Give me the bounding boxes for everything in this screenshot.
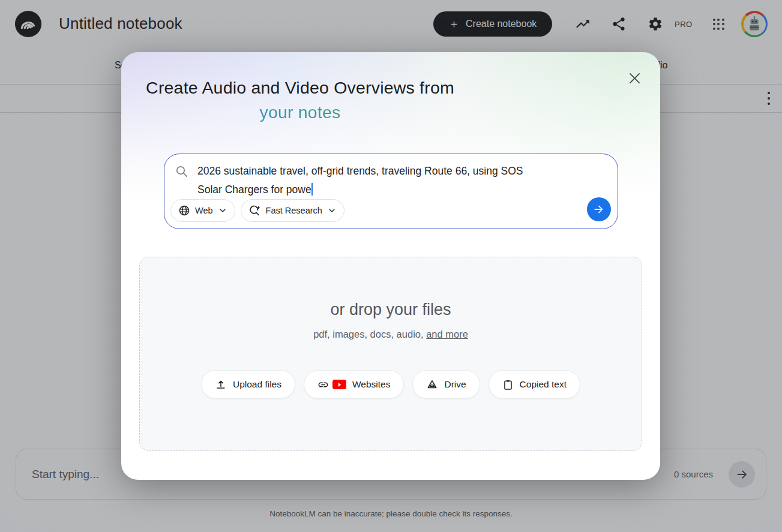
text-caret	[311, 183, 313, 196]
dialog-title: Create Audio and Video Overviews from yo…	[121, 76, 479, 125]
drive-label: Drive	[444, 379, 466, 390]
upload-files-label: Upload files	[233, 379, 281, 390]
and-more-link[interactable]: and more	[426, 329, 468, 339]
search-icon	[175, 164, 189, 179]
copied-text-label: Copied text	[520, 379, 567, 390]
globe-icon	[178, 205, 190, 217]
drop-zone-subtitle: pdf, images, docs, audio, and more	[313, 329, 468, 340]
chevron-down-icon	[327, 206, 337, 215]
youtube-icon	[332, 380, 346, 389]
link-icon	[317, 379, 329, 390]
copied-text-button[interactable]: Copied text	[489, 370, 580, 399]
upload-files-button[interactable]: Upload files	[201, 370, 295, 399]
source-scope-label: Web	[195, 206, 213, 215]
research-sparkle-icon	[248, 205, 261, 217]
query-text-line1: 2026 sustainable travel, off-grid trends…	[197, 165, 523, 177]
notebooklm-app: Untitled notebook Create notebook PRO	[0, 0, 782, 532]
drop-zone-title: or drop your files	[330, 300, 451, 319]
chevron-down-icon	[218, 206, 227, 215]
research-mode-dropdown[interactable]: Fast Research	[241, 199, 344, 222]
file-types-text: pdf, images, docs, audio,	[313, 329, 426, 339]
dialog-title-line1: Create Audio and Video Overviews from	[121, 76, 479, 100]
dialog-title-line2: your notes	[121, 100, 479, 125]
websites-label: Websites	[352, 379, 390, 390]
drive-button[interactable]: Drive	[412, 370, 480, 399]
file-drop-zone[interactable]: or drop your files pdf, images, docs, au…	[139, 257, 642, 451]
submit-query-button[interactable]	[587, 197, 611, 221]
research-mode-label: Fast Research	[266, 206, 322, 215]
research-query-input[interactable]: 2026 sustainable travel, off-grid trends…	[197, 162, 594, 199]
research-query-box[interactable]: 2026 sustainable travel, off-grid trends…	[164, 154, 618, 229]
upload-icon	[215, 378, 227, 390]
clipboard-icon	[502, 379, 514, 390]
drive-icon	[426, 378, 438, 390]
arrow-right-icon	[593, 203, 605, 215]
source-scope-dropdown[interactable]: Web	[170, 199, 235, 222]
query-option-chips: Web Fast Research	[170, 199, 344, 222]
create-overviews-dialog: Create Audio and Video Overviews from yo…	[121, 52, 660, 480]
query-text-line2: Solar Chargers for powe	[197, 184, 311, 196]
close-icon[interactable]	[625, 69, 643, 87]
source-buttons-row: Upload files Websites Dr	[201, 370, 580, 399]
websites-button[interactable]: Websites	[304, 370, 404, 399]
